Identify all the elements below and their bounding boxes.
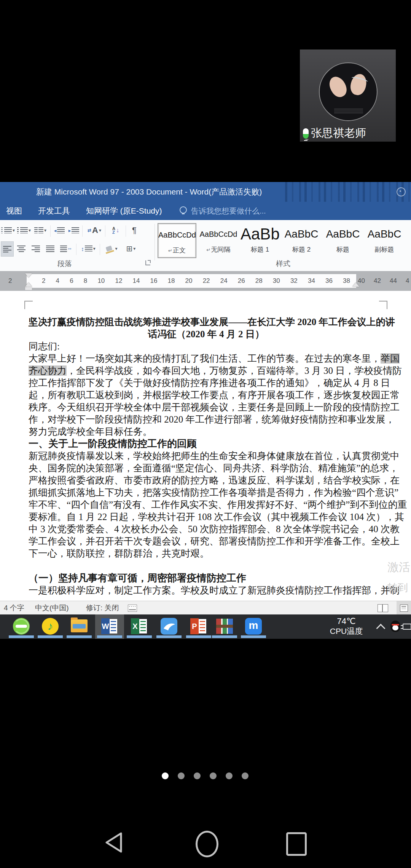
pager-dot-3[interactable] <box>210 772 217 779</box>
style-card-1[interactable]: AaBbCcDd↵无间隔 <box>199 223 238 258</box>
taskbar-icon-browser-360[interactable] <box>13 618 30 635</box>
taskbar-icon-chaoxing[interactable] <box>161 618 177 635</box>
document-area[interactable]: 坚决打赢疫情防控阻击战统筹推进学校事业发展——在长江大学 2020 年工作会议上… <box>0 291 411 601</box>
borders-button[interactable]: ⊞▾ <box>123 241 139 256</box>
paragraph-style-marker-icon: ↵ <box>207 247 211 253</box>
taskbar-icon-winrar[interactable] <box>216 618 233 635</box>
numbering-button[interactable]: ▾ <box>17 223 31 238</box>
ruler-number: 16 <box>150 274 158 288</box>
document-line: 作，对学校下一阶段疫情防控和 2020 年工作进行部署，统筹做好疫情防控和事业发… <box>29 413 384 426</box>
track-changes-status[interactable]: 修订: 关闭 <box>86 601 119 614</box>
asian-layout-button[interactable]: ⇄A▾ <box>85 223 104 238</box>
window-title: 新建 Microsoft Word 97 - 2003 Document - W… <box>36 182 262 202</box>
taskbar-icon-tencent-meeting[interactable]: m <box>245 618 262 635</box>
qq-tray-icon[interactable] <box>390 621 400 632</box>
pager-dot-5[interactable] <box>242 772 249 779</box>
document-line: 坚决打赢疫情防控阻击战统筹推进学校事业发展——在长江大学 2020 年工作会议上… <box>29 316 384 328</box>
pager-dot-0[interactable] <box>162 772 169 779</box>
align-left-button[interactable] <box>1 241 14 257</box>
style-sample: AaBbC <box>323 223 362 245</box>
taskbar-icon-powerpoint[interactable]: P <box>190 618 207 635</box>
document-line: 抓细抓实抓落地上下功夫，把落实疫情防控工作各项举措是否得力，作为检验“四个意识” <box>29 487 384 499</box>
align-right-button[interactable] <box>30 241 42 256</box>
running-app-indicator <box>241 635 266 638</box>
powerpoint-icon: P <box>190 618 207 634</box>
distribute-button[interactable]: ⇿ <box>59 241 73 256</box>
style-card-0[interactable]: AaBbCcDd↵正文 <box>158 223 196 258</box>
running-app-indicator <box>67 635 92 638</box>
decrease-indent-button[interactable]: ◂ <box>53 223 66 238</box>
ruler-number: 18 <box>168 274 175 288</box>
ruler-numbers-right: 4042444 <box>356 274 411 288</box>
document-line: 控工作指挥部下发了《关于做好疫情防控有序推进各项工作的通知》，确定从 4 月 8… <box>29 377 384 389</box>
battery-tray-icon[interactable] <box>403 624 411 630</box>
word-status-bar: 4 个字 中文(中国) 修订: 关闭 <box>0 601 411 614</box>
increase-indent-button[interactable]: ▸ <box>67 223 81 238</box>
horizontal-ruler[interactable]: 2 2468101214161820222426283032343638 404… <box>0 271 411 291</box>
print-layout-button[interactable] <box>397 601 411 615</box>
powerpoint-sheet <box>199 619 206 633</box>
android-back-button[interactable] <box>104 831 123 854</box>
style-sample: AaBbCcDd <box>199 223 238 245</box>
print-layout-icon <box>400 605 408 612</box>
ruler-number: 34 <box>308 274 315 288</box>
taskbar-icon-word[interactable]: W <box>101 618 118 635</box>
ruler-number-left: 2 <box>8 274 12 288</box>
document-line: 央、国务院的决策部署，全面遵循“坚定信心、同舟共济、科学防治、精准施策”的总求， <box>29 462 384 474</box>
left-indent-marker[interactable] <box>25 287 32 290</box>
tray-expand-chevron-icon[interactable] <box>376 624 385 633</box>
presenter-video-tile[interactable]: 张思祺老师 <box>300 49 396 142</box>
document-line: 下一心，联防联控，群防群治，共克时艰。 <box>29 547 384 560</box>
read-mode-icon[interactable] <box>378 604 388 612</box>
ruler-number: 22 <box>203 274 210 288</box>
styles-group-label: 样式 <box>158 259 409 269</box>
tab-view[interactable]: 视图 <box>6 202 22 220</box>
document-line: 大家早上好！一场突如其来的疫情打乱了我们生活、工作的节奏。在过去的寒冬里，举国 <box>29 353 384 365</box>
file-explorer-icon <box>71 619 88 632</box>
taskbar-icon-qq-music[interactable]: ♪ <box>42 618 59 635</box>
ruler-number: 32 <box>290 274 298 288</box>
language-status[interactable]: 中文(中国) <box>35 601 69 614</box>
style-card-2[interactable]: AaBb标题 1 <box>241 223 279 258</box>
show-hide-marks-button[interactable]: ¶ <box>128 223 141 238</box>
pager-dot-1[interactable] <box>178 772 185 779</box>
line-spacing-button[interactable]: ↕▾ <box>79 241 97 256</box>
ruler-number: 26 <box>238 274 245 288</box>
style-card-5[interactable]: AaBbC副标题 <box>365 223 404 258</box>
style-label: 副标题 <box>365 245 404 254</box>
taskbar-icon-excel[interactable]: X <box>131 618 148 635</box>
style-card-3[interactable]: AaBbC标题 2 <box>282 223 321 258</box>
align-center-button[interactable] <box>15 241 27 256</box>
pager-dot-4[interactable] <box>226 772 233 779</box>
page-indicator-dots <box>162 772 249 779</box>
style-card-4[interactable]: AaBbC标题 <box>323 223 362 258</box>
word-count[interactable]: 4 个字 <box>4 601 24 614</box>
multilevel-list-button[interactable]: ▾ <box>33 223 48 238</box>
shading-button[interactable]: ▾ <box>104 241 120 256</box>
pager-dot-2[interactable] <box>194 772 201 779</box>
ruler-number: 4 <box>406 274 409 288</box>
tell-me-box[interactable]: 告诉我您想要做什么... <box>191 202 266 220</box>
android-recents-button[interactable] <box>286 832 307 856</box>
chaoxing-bird-icon <box>161 618 177 635</box>
android-home-button[interactable] <box>196 831 218 857</box>
paragraph-dialog-launcher[interactable] <box>145 260 150 265</box>
excel-sheet <box>139 619 147 633</box>
running-app-indicator <box>186 635 211 638</box>
word-icon: W <box>101 618 118 634</box>
document-line: 话冯征（2020 年 4 月 2 日） <box>29 328 384 340</box>
justify-button[interactable] <box>44 241 56 256</box>
presenter-name-row: 张思祺老师 <box>303 127 394 139</box>
activate-windows-watermark-line1: 激活 <box>387 560 410 575</box>
titlebar-account-icon[interactable] <box>397 187 406 196</box>
bullets-button[interactable]: ▾ <box>1 223 15 238</box>
taskbar-icon-file-explorer[interactable] <box>71 618 88 635</box>
ruler-number: 8 <box>84 274 87 288</box>
right-indent-marker[interactable] <box>352 282 359 287</box>
ribbon-tab-row: 视图 开发工具 知网研学 (原E-Study) 告诉我您想要做什么... <box>0 202 411 220</box>
first-line-indent-marker[interactable] <box>25 273 32 278</box>
hanging-indent-marker[interactable] <box>25 282 32 287</box>
tab-developer[interactable]: 开发工具 <box>38 202 70 220</box>
sort-button[interactable]: AZ↓ <box>108 223 123 238</box>
tab-cnki-estudy[interactable]: 知网研学 (原E-Study) <box>86 202 162 220</box>
